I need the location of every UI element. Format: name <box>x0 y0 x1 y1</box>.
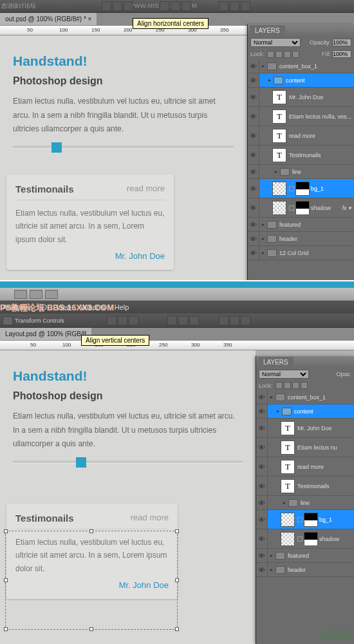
blend-mode-select[interactable]: Normal <box>259 370 309 379</box>
canvas[interactable]: Handstand! Photoshop design Etiam lectus… <box>0 35 247 289</box>
document-tab[interactable]: Layout.psd @ 100% (RGB/8 <box>0 328 91 340</box>
visibility-toggle-icon[interactable]: 👁 <box>256 563 268 576</box>
transform-handle-s[interactable] <box>89 627 93 631</box>
transform-handle-nw[interactable] <box>4 529 8 533</box>
layer-row[interactable]: 👁▸content <box>248 73 354 88</box>
align-icon[interactable] <box>167 316 177 325</box>
lock-position-icon[interactable] <box>292 382 299 389</box>
expand-chevron-icon[interactable]: ▸ <box>268 567 275 573</box>
visibility-toggle-icon[interactable]: 👁 <box>248 165 259 178</box>
align-icon[interactable] <box>129 316 138 325</box>
layer-row[interactable]: 👁TMr. John Doe <box>248 88 354 107</box>
expand-chevron-icon[interactable]: ▸ <box>259 236 267 242</box>
tool-preset-icon[interactable] <box>3 316 13 325</box>
layer-row[interactable]: 👁▸content_box_1 <box>248 59 354 73</box>
read-more-link[interactable]: read more <box>131 513 169 524</box>
align-hcenter-icon[interactable] <box>113 1 122 11</box>
visibility-toggle-icon[interactable]: 👁 <box>248 73 259 87</box>
layer-row[interactable]: 👁TEtiam lectus nulla, ves... <box>248 107 354 126</box>
layer-row[interactable]: 👁▸line <box>256 496 354 510</box>
lock-all-icon[interactable] <box>292 51 299 58</box>
visibility-toggle-icon[interactable]: 👁 <box>248 232 259 245</box>
blend-mode-select[interactable]: Normal <box>250 38 301 47</box>
align-top-icon[interactable] <box>160 1 169 11</box>
visibility-toggle-icon[interactable]: 👁 <box>248 88 259 106</box>
layer-row[interactable]: 👁TTestimonails <box>248 146 354 165</box>
fx-badge[interactable]: fx ▾ <box>342 205 351 211</box>
distribute-icon[interactable] <box>219 316 228 325</box>
expand-chevron-icon[interactable]: ▸ <box>268 553 275 558</box>
expand-chevron-icon[interactable]: ▸ <box>281 500 288 506</box>
expand-chevron-icon[interactable]: ▸ <box>259 250 267 256</box>
lock-image-icon[interactable] <box>275 51 283 58</box>
visibility-toggle-icon[interactable]: 👁 <box>248 146 259 164</box>
read-more-link[interactable]: read more <box>127 184 165 194</box>
distribute-icon[interactable] <box>241 316 250 325</box>
visibility-toggle-icon[interactable]: 👁 <box>248 246 259 260</box>
visibility-toggle-icon[interactable]: 👁 <box>248 126 259 145</box>
transform-handle-sw[interactable] <box>4 627 8 631</box>
visibility-toggle-icon[interactable]: 👁 <box>256 390 268 404</box>
visibility-toggle-icon[interactable]: 👁 <box>248 59 259 73</box>
visibility-toggle-icon[interactable]: 👁 <box>256 529 268 548</box>
layer-row[interactable]: 👁▸12 Col Grid <box>248 246 354 260</box>
visibility-toggle-icon[interactable]: 👁 <box>256 496 268 509</box>
layer-row[interactable]: 👁bg_1 <box>256 510 354 529</box>
expand-chevron-icon[interactable]: ▸ <box>272 169 280 175</box>
layer-row[interactable]: 👁▸featured <box>248 218 354 232</box>
align-bottom-icon[interactable] <box>182 1 191 11</box>
align-vcenter-icon[interactable] <box>171 1 180 11</box>
visibility-toggle-icon[interactable]: 👁 <box>256 457 268 476</box>
layer-row[interactable]: 👁shadow <box>256 529 354 549</box>
align-icon[interactable] <box>118 316 127 325</box>
layer-row[interactable]: 👁shadowfx ▾ <box>248 198 354 218</box>
canvas[interactable]: Handstand! Photoshop design Etiam lectus… <box>0 350 256 644</box>
distribute-icon[interactable] <box>230 1 239 11</box>
visibility-toggle-icon[interactable]: 👁 <box>248 107 259 126</box>
layer-row[interactable]: 👁TTestimonails <box>256 477 354 496</box>
fill-input[interactable] <box>332 50 351 58</box>
layer-row[interactable]: 👁▸content_box_1 <box>256 390 354 404</box>
mask-link-icon[interactable] <box>289 205 294 211</box>
lock-image-icon[interactable] <box>284 382 291 389</box>
layer-row[interactable]: 👁▸featured <box>256 549 354 563</box>
expand-chevron-icon[interactable]: ▸ <box>266 77 274 83</box>
lock-transparent-icon[interactable] <box>275 382 283 389</box>
transform-handle-e[interactable] <box>175 578 179 582</box>
document-tab[interactable]: out.psd @ 100% (RGB/8#) * × <box>0 13 97 25</box>
visibility-toggle-icon[interactable]: 👁 <box>256 477 268 495</box>
layer-row[interactable]: 👁Tread more <box>256 457 354 477</box>
transform-handle-n[interactable] <box>89 529 93 533</box>
layer-row[interactable]: 👁TEtiam lectus nu <box>256 438 354 457</box>
toolbar-icon[interactable] <box>14 290 27 299</box>
visibility-toggle-icon[interactable]: 👁 <box>248 218 259 231</box>
toolbar-icon[interactable] <box>30 290 42 299</box>
transform-handle-se[interactable] <box>175 627 179 631</box>
layer-row[interactable]: 👁▸content <box>256 404 354 419</box>
menu-help[interactable]: Help <box>115 303 129 311</box>
layer-row[interactable]: 👁▸header <box>248 232 354 246</box>
visibility-toggle-icon[interactable]: 👁 <box>256 419 268 437</box>
toolbar-icon[interactable] <box>45 290 58 299</box>
visibility-toggle-icon[interactable]: 👁 <box>248 198 259 217</box>
layer-row[interactable]: 👁▸header <box>256 563 354 577</box>
layer-row[interactable]: 👁TMr. John Doe <box>256 419 354 438</box>
layer-row[interactable]: 👁Tread more <box>248 126 354 146</box>
visibility-toggle-icon[interactable]: 👁 <box>256 549 268 562</box>
align-icon[interactable] <box>178 316 188 325</box>
mask-link-icon[interactable] <box>297 536 303 542</box>
lock-transparent-icon[interactable] <box>267 51 274 58</box>
distribute-icon[interactable] <box>241 1 250 11</box>
expand-chevron-icon[interactable]: ▸ <box>268 394 275 400</box>
layers-tab[interactable]: LAYERS <box>258 356 293 368</box>
expand-chevron-icon[interactable]: ▸ <box>259 63 267 69</box>
slider-handle[interactable] <box>51 142 62 153</box>
distribute-icon[interactable] <box>230 316 239 325</box>
mask-link-icon[interactable] <box>289 186 294 191</box>
visibility-toggle-icon[interactable]: 👁 <box>256 510 268 529</box>
align-right-icon[interactable] <box>124 1 133 11</box>
transform-handle-w[interactable] <box>4 578 8 582</box>
align-icon[interactable] <box>189 316 199 325</box>
visibility-toggle-icon[interactable]: 👁 <box>248 179 259 198</box>
lock-all-icon[interactable] <box>301 382 308 389</box>
